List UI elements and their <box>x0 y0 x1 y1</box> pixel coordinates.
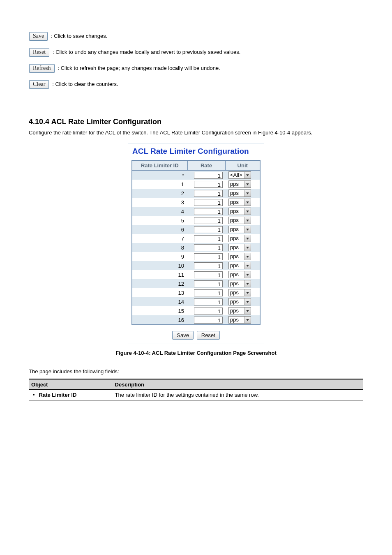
col-header-unit: Unit <box>225 160 260 171</box>
unit-select-value: pps <box>229 208 244 215</box>
unit-select[interactable]: pps <box>228 190 251 197</box>
unit-cell: pps <box>225 279 260 288</box>
unit-select[interactable]: pps <box>228 271 251 278</box>
rate-input[interactable]: 1 <box>194 190 223 197</box>
rate-cell: 1 <box>187 315 225 325</box>
rate-limiter-id: 3 <box>132 198 187 207</box>
svg-marker-2 <box>246 192 249 194</box>
obj-header-description: Description <box>113 379 364 390</box>
rate-limiter-id: 7 <box>132 234 187 243</box>
unit-select[interactable]: pps <box>228 289 251 296</box>
unit-select[interactable]: pps <box>228 199 251 206</box>
bullet-icon: • <box>33 392 35 398</box>
reset-button-image: Reset <box>29 48 49 57</box>
acl-rate-limiter-panel: ACL Rate Limiter Configuration Rate Limi… <box>128 143 264 344</box>
unit-select-value: pps <box>229 289 244 296</box>
rate-cell: 1 <box>187 252 225 261</box>
unit-select[interactable]: pps <box>228 235 251 242</box>
chevron-down-icon <box>244 235 251 242</box>
chevron-down-icon <box>244 244 251 251</box>
unit-select[interactable]: pps <box>228 253 251 260</box>
svg-marker-0 <box>246 174 249 176</box>
unit-cell: pps <box>225 198 260 207</box>
unit-select-value: pps <box>229 280 244 287</box>
rate-limiter-id: 4 <box>132 207 187 216</box>
svg-marker-11 <box>246 274 249 275</box>
unit-select[interactable]: pps <box>228 217 251 224</box>
table-row: *1<All> <box>132 171 260 180</box>
unit-select[interactable]: pps <box>228 262 251 269</box>
panel-title: ACL Rate Limiter Configuration <box>132 147 261 156</box>
unit-select[interactable]: pps <box>228 298 251 305</box>
rate-input[interactable]: 1 <box>194 226 223 233</box>
rate-input[interactable]: 1 <box>194 271 223 278</box>
refresh-desc: : Click to refresh the page; any changes… <box>58 65 220 71</box>
chevron-down-icon <box>244 262 251 269</box>
unit-cell: pps <box>225 225 260 234</box>
unit-select[interactable]: pps <box>228 307 251 314</box>
rate-input[interactable]: 1 <box>194 217 223 224</box>
rate-input[interactable]: 1 <box>194 317 223 324</box>
rate-input[interactable]: 1 <box>194 308 223 314</box>
unit-select[interactable]: <All> <box>228 171 251 179</box>
unit-select[interactable]: pps <box>228 180 251 188</box>
rate-limiter-id: 12 <box>132 279 187 288</box>
rate-cell: 1 <box>187 261 225 270</box>
rate-input[interactable]: 1 <box>194 172 223 179</box>
reset-desc: : Click to undo any changes made locally… <box>53 49 240 55</box>
table-row: 91pps <box>132 252 260 261</box>
unit-select[interactable]: pps <box>228 208 251 215</box>
table-row: 121pps <box>132 279 260 288</box>
rate-limiter-id: 1 <box>132 180 187 189</box>
unit-select-value: pps <box>229 226 244 233</box>
rate-input[interactable]: 1 <box>194 280 223 287</box>
unit-select-value: pps <box>229 308 244 314</box>
refresh-button-image: Refresh <box>29 64 55 73</box>
rate-cell: 1 <box>187 189 225 198</box>
unit-select-value: pps <box>229 271 244 278</box>
rate-input[interactable]: 1 <box>194 289 223 296</box>
unit-select[interactable]: pps <box>228 244 251 251</box>
rate-input[interactable]: 1 <box>194 181 223 188</box>
section-intro-rest: The ACL Rate Limiter Configuration scree… <box>148 130 312 136</box>
unit-cell: pps <box>225 180 260 189</box>
unit-cell: pps <box>225 297 260 306</box>
rate-input[interactable]: 1 <box>194 199 223 206</box>
chevron-down-icon <box>244 181 251 187</box>
unit-cell: <All> <box>225 171 260 180</box>
rate-input[interactable]: 1 <box>194 235 223 242</box>
clear-button-image: Clear <box>29 80 49 89</box>
table-row: 71pps <box>132 234 260 243</box>
rate-cell: 1 <box>187 180 225 189</box>
unit-cell: pps <box>225 243 260 252</box>
unit-select-value: pps <box>229 199 244 206</box>
rate-cell: 1 <box>187 297 225 306</box>
clear-desc: : Click to clear the counters. <box>52 81 118 87</box>
unit-select[interactable]: pps <box>228 280 251 287</box>
save-button[interactable]: Save <box>172 331 194 340</box>
rate-input[interactable]: 1 <box>194 244 223 251</box>
save-desc: : Click to save changes. <box>51 33 107 39</box>
unit-cell: pps <box>225 315 260 325</box>
rate-input[interactable]: 1 <box>194 208 223 215</box>
rate-input[interactable]: 1 <box>194 253 223 260</box>
rate-limiter-id: 11 <box>132 270 187 279</box>
rate-cell: 1 <box>187 198 225 207</box>
unit-select[interactable]: pps <box>228 316 251 324</box>
unit-select[interactable]: pps <box>228 226 251 233</box>
unit-cell: pps <box>225 234 260 243</box>
rate-input[interactable]: 1 <box>194 298 223 305</box>
chevron-down-icon <box>244 172 251 178</box>
btn-desc-clear: Clear : Click to clear the counters. <box>29 80 363 89</box>
unit-cell: pps <box>225 306 260 315</box>
rate-limiter-id: 8 <box>132 243 187 252</box>
table-row: 131pps <box>132 288 260 297</box>
table-row: 51pps <box>132 216 260 225</box>
table-row: 111pps <box>132 270 260 279</box>
rate-limiter-id: 15 <box>132 306 187 315</box>
reset-button[interactable]: Reset <box>197 331 220 340</box>
rate-limiter-id: 16 <box>132 315 187 325</box>
rate-cell: 1 <box>187 306 225 315</box>
rate-input[interactable]: 1 <box>194 262 223 269</box>
unit-select-value: pps <box>229 217 244 224</box>
